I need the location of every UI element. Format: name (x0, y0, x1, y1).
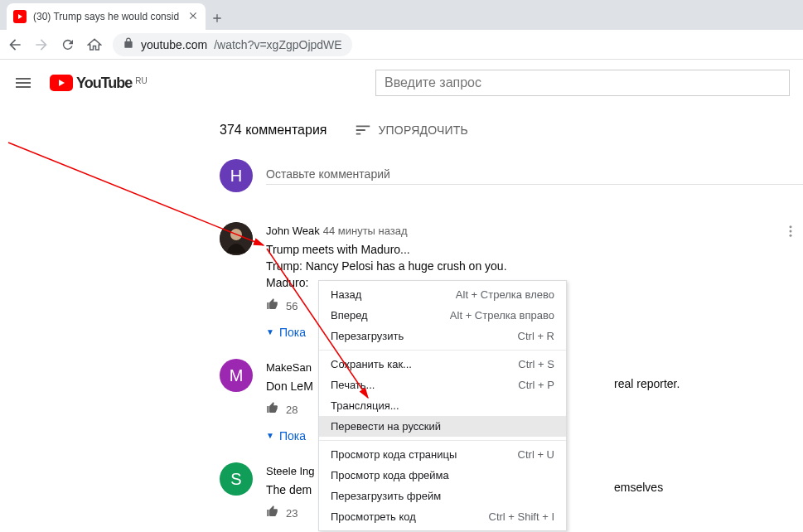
context-menu-label: Трансляция... (331, 399, 399, 412)
country-code: RU (135, 76, 147, 85)
replies-label: Пока (279, 428, 306, 444)
context-menu[interactable]: НазадAlt + Стрелка влевоВпередAlt + Стре… (318, 280, 567, 531)
youtube-play-icon (50, 75, 73, 91)
context-menu-shortcut: Ctrl + U (518, 448, 554, 461)
replies-label: Пока (279, 324, 306, 341)
context-menu-label: Вперед (331, 309, 368, 322)
comment-avatar[interactable]: S (220, 462, 253, 496)
close-tab-icon[interactable] (187, 10, 199, 24)
comment-author[interactable]: Steele Ing (266, 465, 315, 477)
self-avatar: Н (220, 159, 253, 192)
home-button[interactable] (86, 36, 103, 53)
url-host: youtube.com (141, 38, 207, 51)
context-menu-item[interactable]: Трансляция... (319, 395, 566, 416)
context-menu-item[interactable]: ПерезагрузитьCtrl + R (319, 326, 566, 346)
browser-tab[interactable]: (30) Trump says he would consid (7, 3, 206, 30)
youtube-favicon (13, 10, 27, 23)
youtube-header: YouTube RU (0, 60, 803, 106)
comment-avatar[interactable] (220, 222, 253, 255)
chevron-down-icon: ▼ (266, 428, 274, 444)
comment-menu-button[interactable] (783, 224, 798, 239)
guide-menu-button[interactable] (13, 73, 33, 93)
context-menu-shortcut: Ctrl + R (518, 330, 554, 342)
comment-text-line: Trump meets with Maduro... (266, 241, 803, 258)
search-box[interactable] (375, 70, 790, 96)
context-menu-shortcut: Alt + Стрелка вправо (450, 309, 554, 322)
comment-avatar[interactable]: M (220, 359, 253, 392)
forward-button[interactable] (33, 36, 50, 53)
context-menu-label: Просмотр кода страницы (331, 448, 457, 461)
new-tab-button[interactable] (206, 7, 229, 30)
like-button[interactable] (266, 297, 279, 316)
context-menu-label: Просмотреть код (331, 510, 416, 523)
add-comment-placeholder[interactable]: Оставьте комментарий (266, 167, 803, 185)
sort-icon (354, 121, 372, 139)
context-menu-item[interactable]: Печать...Ctrl + P (319, 375, 566, 395)
reload-button[interactable] (60, 36, 76, 53)
address-bar[interactable]: youtube.com/watch?v=xgZgpOjpdWE (113, 33, 352, 56)
context-menu-shortcut: Alt + Стрелка влево (456, 288, 554, 301)
context-menu-item[interactable]: Просмотреть кодCtrl + Shift + I (319, 506, 566, 527)
browser-tabstrip: (30) Trump says he would consid (0, 0, 803, 30)
comment-text-tail: real reporter. (614, 375, 680, 392)
like-button[interactable] (266, 505, 279, 523)
context-menu-item[interactable]: Просмотр кода страницыCtrl + U (319, 444, 566, 465)
context-menu-label: Печать... (331, 379, 375, 391)
browser-toolbar: youtube.com/watch?v=xgZgpOjpdWE (0, 30, 803, 60)
like-count: 56 (286, 298, 297, 315)
sort-label: УПОРЯДОЧИТЬ (379, 123, 468, 137)
context-menu-item[interactable]: Сохранить как...Ctrl + S (319, 354, 566, 375)
youtube-logo[interactable]: YouTube RU (50, 75, 148, 92)
sort-button[interactable]: УПОРЯДОЧИТЬ (354, 121, 468, 139)
context-menu-item[interactable]: Просмотр кода фрейма (319, 465, 566, 486)
url-path: /watch?v=xgZgpOjpdWE (214, 38, 341, 51)
tab-title: (30) Trump says he would consid (33, 11, 181, 22)
youtube-wordmark: YouTube (76, 75, 132, 92)
like-button[interactable] (266, 401, 279, 419)
context-menu-shortcut: Ctrl + P (518, 379, 554, 391)
context-menu-item[interactable]: НазадAlt + Стрелка влево (319, 284, 566, 305)
comment-author[interactable]: MakeSan (266, 361, 312, 374)
context-menu-label: Перезагрузить фрейм (331, 490, 441, 502)
comment-text-tail: emselves (614, 479, 663, 496)
context-menu-item[interactable]: Перезагрузить фрейм (319, 486, 566, 506)
comment-count: 374 комментария (220, 123, 327, 138)
like-count: 28 (286, 402, 297, 418)
context-menu-item[interactable]: ВпередAlt + Стрелка вправо (319, 305, 566, 326)
add-comment[interactable]: Н Оставьте комментарий (220, 159, 803, 192)
context-menu-item[interactable]: Перевести на русский (319, 416, 566, 437)
svg-point-2 (790, 225, 792, 228)
back-button[interactable] (7, 36, 23, 53)
context-menu-label: Перезагрузить (331, 330, 404, 342)
comment-time: 44 минуты назад (323, 225, 408, 237)
context-menu-label: Просмотр кода фрейма (331, 469, 449, 481)
search-input[interactable] (376, 75, 789, 90)
context-menu-label: Назад (331, 288, 361, 301)
context-menu-shortcut: Ctrl + S (518, 358, 554, 370)
comment-author[interactable]: John Weak (266, 225, 320, 237)
lock-icon (123, 37, 134, 51)
chevron-down-icon: ▼ (266, 324, 274, 341)
like-count: 23 (286, 505, 297, 522)
svg-point-3 (790, 230, 792, 233)
context-menu-label: Сохранить как... (331, 358, 412, 370)
comment-text-line: Trump: Nancy Pelosi has a huge crush on … (266, 258, 803, 274)
context-menu-shortcut: Ctrl + Shift + I (489, 510, 554, 523)
comments-header: 374 комментария УПОРЯДОЧИТЬ (220, 121, 803, 139)
svg-point-4 (790, 235, 792, 237)
context-menu-label: Перевести на русский (331, 420, 441, 433)
svg-point-1 (230, 229, 242, 240)
